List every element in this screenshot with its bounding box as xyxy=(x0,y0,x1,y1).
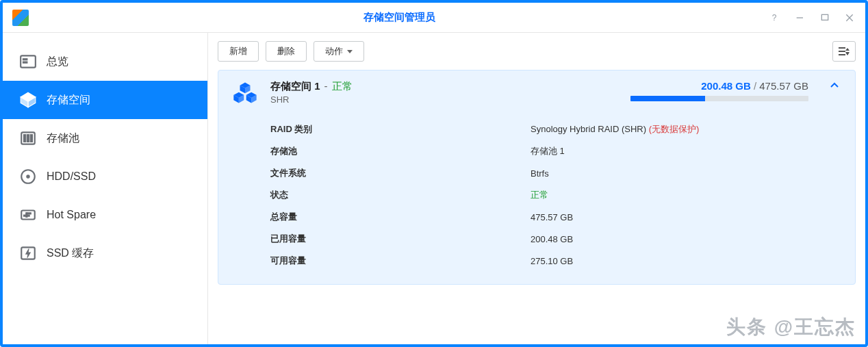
svg-rect-14 xyxy=(27,135,29,142)
svg-rect-20 xyxy=(24,215,30,216)
usage-total: 475.57 GB xyxy=(759,80,808,92)
usage-used: 200.48 GB xyxy=(701,80,751,92)
svg-rect-25 xyxy=(839,51,845,52)
sidebar-item-label: SSD 缓存 xyxy=(47,246,94,261)
action-button-label: 动作 xyxy=(325,45,343,57)
hotspare-icon xyxy=(19,206,37,224)
sidebar-item-label: Hot Spare xyxy=(47,209,96,221)
titlebar: 存储空间管理员 ? xyxy=(3,3,865,33)
detail-value: 正常 xyxy=(531,189,548,201)
app-icon xyxy=(12,10,29,26)
delete-button[interactable]: 删除 xyxy=(266,41,307,62)
detail-value: 475.57 GB xyxy=(531,212,573,222)
sidebar-item-label: 存储空间 xyxy=(47,93,90,107)
detail-value: 存储池 1 xyxy=(531,145,565,157)
action-button[interactable]: 动作 xyxy=(314,41,364,62)
svg-rect-7 xyxy=(23,62,27,63)
chevron-down-icon xyxy=(347,50,353,53)
sidebar-item-label: 存储池 xyxy=(47,131,79,146)
svg-rect-2 xyxy=(821,14,828,20)
detail-key: 总容量 xyxy=(270,211,531,223)
sidebar-item-volume[interactable]: 存储空间 xyxy=(3,81,207,119)
detail-key: RAID 类别 xyxy=(270,123,531,136)
svg-rect-6 xyxy=(23,59,27,60)
svg-marker-29 xyxy=(846,53,850,55)
sidebar-item-overview[interactable]: 总览 xyxy=(3,42,207,81)
detail-key: 文件系统 xyxy=(270,167,531,179)
create-button[interactable]: 新增 xyxy=(218,41,259,62)
window-controls: ? xyxy=(769,12,856,24)
detail-row-total: 总容量 475.57 GB xyxy=(270,206,843,228)
window-title: 存储空间管理员 xyxy=(29,11,769,24)
svg-rect-15 xyxy=(30,135,32,142)
detail-row-used: 已用容量 200.48 GB xyxy=(270,228,843,250)
usage-bar-fill xyxy=(630,96,705,101)
collapse-toggle[interactable] xyxy=(826,80,843,91)
svg-rect-13 xyxy=(24,135,26,142)
pool-icon xyxy=(19,129,37,147)
detail-key: 已用容量 xyxy=(270,233,531,245)
svg-rect-24 xyxy=(839,47,845,49)
help-icon[interactable]: ? xyxy=(769,12,782,24)
sidebar-item-pool[interactable]: 存储池 xyxy=(3,119,207,157)
detail-row-status: 状态 正常 xyxy=(270,184,843,206)
volume-usage: 200.48 GB / 475.57 GB xyxy=(630,80,808,101)
volume-details: RAID 类别 Synology Hybrid RAID (SHR) (无数据保… xyxy=(270,118,843,272)
svg-text:?: ? xyxy=(772,13,777,23)
volume-panel: 存储空间 1 - 正常 SHR 200.48 GB / 475.57 GB xyxy=(218,70,856,285)
close-icon[interactable] xyxy=(843,12,856,24)
detail-row-pool: 存储池 存储池 1 xyxy=(270,140,843,162)
volume-name: 存储空间 1 xyxy=(270,80,320,93)
sidebar-item-label: HDD/SSD xyxy=(47,170,96,183)
maximize-icon[interactable] xyxy=(819,12,831,24)
ssdcache-icon xyxy=(19,244,37,262)
volume-status: 正常 xyxy=(332,80,353,93)
svg-rect-26 xyxy=(839,54,845,55)
detail-row-raid: RAID 类别 Synology Hybrid RAID (SHR) (无数据保… xyxy=(270,118,843,140)
usage-bar xyxy=(630,96,808,101)
overview-icon xyxy=(19,53,37,70)
detail-row-avail: 可用容量 275.10 GB xyxy=(270,250,843,272)
sidebar-item-hdd[interactable]: HDD/SSD xyxy=(3,157,207,196)
detail-key: 状态 xyxy=(270,189,531,201)
sidebar: 总览 存储空间 存储池 HDD/SSD Hot Spare SSD 缓存 xyxy=(3,33,208,344)
volume-type: SHR xyxy=(270,94,620,105)
sidebar-item-ssdcache[interactable]: SSD 缓存 xyxy=(3,234,207,272)
svg-marker-28 xyxy=(845,48,850,51)
main-content: 新增 删除 动作 存储空间 1 xyxy=(208,33,865,344)
svg-rect-21 xyxy=(27,213,31,214)
sidebar-item-label: 总览 xyxy=(47,55,68,69)
detail-value: 200.48 GB xyxy=(531,234,573,244)
svg-rect-1 xyxy=(797,17,803,18)
dash-separator: - xyxy=(324,80,328,92)
detail-value: 275.10 GB xyxy=(531,256,573,266)
svg-point-17 xyxy=(27,175,29,178)
volume-icon xyxy=(19,91,37,109)
minimize-icon[interactable] xyxy=(794,12,806,24)
volume-cubes-icon xyxy=(231,80,259,109)
detail-value: Btrfs xyxy=(531,168,549,179)
detail-key: 存储池 xyxy=(270,145,531,157)
sort-button[interactable] xyxy=(832,41,856,62)
toolbar: 新增 删除 动作 xyxy=(218,41,856,62)
detail-value: Synology Hybrid RAID (SHR) (无数据保护) xyxy=(531,123,699,136)
detail-key: 可用容量 xyxy=(270,255,531,267)
hdd-icon xyxy=(19,168,37,185)
sidebar-item-hotspare[interactable]: Hot Spare xyxy=(3,196,207,234)
detail-row-fs: 文件系统 Btrfs xyxy=(270,162,843,184)
svg-marker-23 xyxy=(26,249,31,258)
